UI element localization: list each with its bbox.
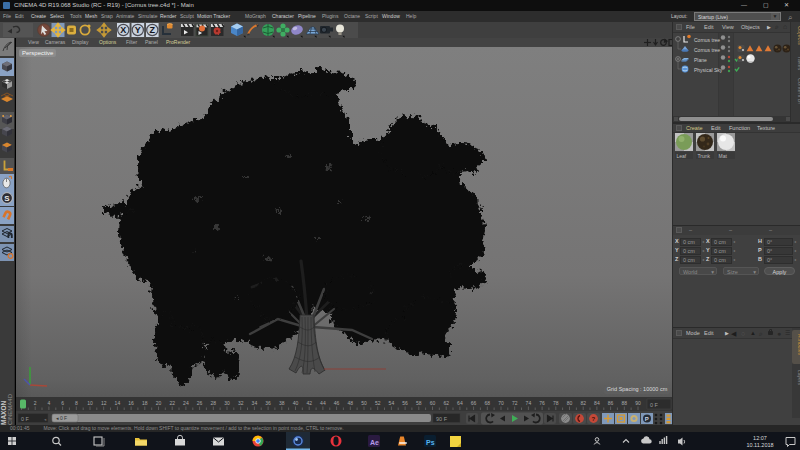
svg-text:70: 70 bbox=[498, 400, 504, 406]
svg-text:10.11.2018: 10.11.2018 bbox=[746, 442, 773, 448]
svg-text:74: 74 bbox=[526, 400, 532, 406]
svg-text:Mat: Mat bbox=[719, 153, 728, 159]
svg-text:24: 24 bbox=[183, 400, 189, 406]
svg-text:12:07: 12:07 bbox=[753, 435, 767, 441]
svg-text:66: 66 bbox=[471, 400, 477, 406]
svg-text:82: 82 bbox=[580, 400, 586, 406]
svg-text:Ae: Ae bbox=[370, 439, 379, 446]
svg-text:42: 42 bbox=[306, 400, 312, 406]
svg-text:MAXON: MAXON bbox=[0, 401, 7, 426]
svg-text:4: 4 bbox=[48, 400, 51, 406]
svg-text:90 F: 90 F bbox=[436, 416, 448, 422]
svg-text:34: 34 bbox=[252, 400, 258, 406]
svg-text:Y: Y bbox=[135, 25, 141, 35]
svg-text:50: 50 bbox=[361, 400, 367, 406]
svg-text:26: 26 bbox=[197, 400, 203, 406]
svg-text:54: 54 bbox=[389, 400, 395, 406]
svg-text:Physical Sky: Physical Sky bbox=[694, 67, 723, 73]
svg-text:Ps: Ps bbox=[426, 439, 435, 446]
svg-text:P: P bbox=[645, 416, 649, 422]
svg-text:76: 76 bbox=[539, 400, 545, 406]
svg-text:62: 62 bbox=[443, 400, 449, 406]
svg-text:Plane: Plane bbox=[694, 57, 707, 63]
svg-text:Z: Z bbox=[150, 25, 156, 35]
svg-text:46: 46 bbox=[334, 400, 340, 406]
svg-text:0 F: 0 F bbox=[650, 402, 659, 408]
svg-text:58: 58 bbox=[416, 400, 422, 406]
svg-text:S: S bbox=[4, 194, 10, 203]
svg-text:56: 56 bbox=[402, 400, 408, 406]
svg-text:38: 38 bbox=[279, 400, 285, 406]
svg-text:78: 78 bbox=[553, 400, 559, 406]
svg-text:10: 10 bbox=[87, 400, 93, 406]
svg-text:36: 36 bbox=[265, 400, 271, 406]
svg-text:0 F: 0 F bbox=[21, 416, 30, 422]
svg-text:80: 80 bbox=[567, 400, 573, 406]
svg-text:32: 32 bbox=[238, 400, 244, 406]
svg-text:88: 88 bbox=[622, 400, 628, 406]
svg-text:◂ 0 F: ◂ 0 F bbox=[56, 415, 67, 421]
svg-text:22: 22 bbox=[169, 400, 175, 406]
svg-text:8: 8 bbox=[75, 400, 78, 406]
svg-text:90: 90 bbox=[635, 400, 641, 406]
svg-text:Trunk: Trunk bbox=[698, 153, 711, 159]
svg-text:40: 40 bbox=[293, 400, 299, 406]
svg-text:72: 72 bbox=[512, 400, 518, 406]
svg-text:Cornus tree: Cornus tree bbox=[694, 37, 720, 43]
svg-text:?: ? bbox=[592, 416, 596, 422]
svg-text:86: 86 bbox=[608, 400, 614, 406]
svg-text:52: 52 bbox=[375, 400, 381, 406]
svg-text:20: 20 bbox=[156, 400, 162, 406]
svg-text:CINEMA4D: CINEMA4D bbox=[7, 393, 13, 425]
svg-text:2: 2 bbox=[34, 400, 37, 406]
svg-text:84: 84 bbox=[594, 400, 600, 406]
svg-text:Cornus tree: Cornus tree bbox=[694, 47, 720, 53]
svg-text:16: 16 bbox=[128, 400, 134, 406]
svg-text:28: 28 bbox=[211, 400, 217, 406]
svg-text:44: 44 bbox=[320, 400, 326, 406]
svg-text:6: 6 bbox=[61, 400, 64, 406]
svg-text:60: 60 bbox=[430, 400, 436, 406]
svg-text:14: 14 bbox=[115, 400, 121, 406]
svg-text:12: 12 bbox=[101, 400, 107, 406]
svg-text:30: 30 bbox=[224, 400, 230, 406]
svg-text:48: 48 bbox=[348, 400, 354, 406]
svg-text:64: 64 bbox=[457, 400, 463, 406]
svg-text:X: X bbox=[120, 25, 126, 35]
svg-text:Leaf: Leaf bbox=[677, 153, 687, 159]
svg-text:68: 68 bbox=[485, 400, 491, 406]
svg-text:18: 18 bbox=[142, 400, 148, 406]
